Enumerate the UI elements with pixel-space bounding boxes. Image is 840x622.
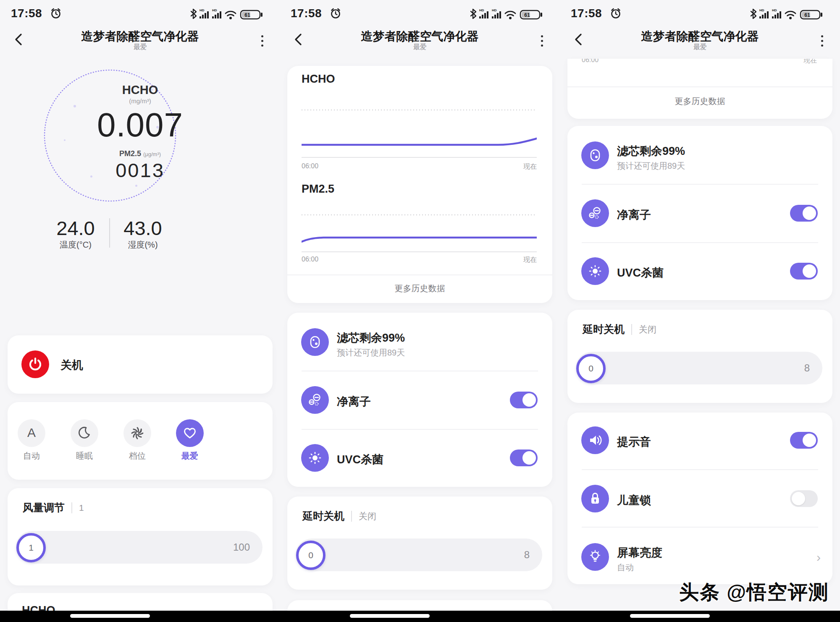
signal-bars-2: HD [212,8,221,18]
mode-favorite-label[interactable]: 最爱 [176,450,204,462]
toggle-knob [522,451,536,465]
child-lock-row-icon [581,485,609,512]
filter-icon [587,147,603,163]
hcho-chart-title: HCHO [302,73,335,86]
delay-shutdown-card: 延时关机 关闭 0 8 [567,310,832,403]
heart-icon [181,425,198,442]
row-divider [582,469,818,470]
filter-title: 滤芯剩余99% [617,144,685,159]
more-menu-button[interactable] [816,33,827,50]
filter-row-icon [581,141,609,169]
brightness-label: 屏幕亮度 [617,545,662,560]
chart-x-end: 现在 [803,59,817,65]
svg-text:HD: HD [759,8,764,12]
watermark: 头条 @悟空评测 [679,579,829,606]
svg-text:HD: HD [200,8,205,12]
filter-row-icon [301,328,329,356]
filter-subtitle: 预计还可使用89天 [337,347,405,358]
delay-slider[interactable]: 0 8 [296,538,542,571]
more-history-link[interactable]: 更多历史数据 [567,96,832,107]
pm25-chart [302,212,537,254]
fan-speed-current: 1 [79,503,84,513]
delay-slider-knob[interactable]: 0 [576,354,606,383]
history-card: HCHO 06:00 现在 PM2.5 06:00 现在 更多历史数据 [287,66,552,303]
mode-auto-button[interactable]: A [18,419,45,447]
mode-sleep-label[interactable]: 睡眠 [71,450,98,462]
power-button[interactable] [21,350,49,378]
ion-icon [587,205,604,222]
sound-label: 提示音 [617,434,651,450]
mode-sleep-button[interactable] [71,419,98,447]
delay-slider-knob[interactable]: 0 [296,541,326,570]
bluetooth-icon [751,9,756,18]
pm25-x-end: 现在 [523,256,537,264]
status-icons: HD HD 61 [748,7,832,21]
hcho-chart [302,106,537,160]
bulb-icon [587,549,604,565]
mode-auto-label[interactable]: 自动 [18,450,45,462]
mode-favorite-button-selected[interactable] [176,419,204,447]
bluetooth-icon [471,9,476,18]
uvc-toggle-on[interactable] [790,263,818,280]
signal-bars-2: HD [772,8,781,18]
sound-row-icon [581,426,609,454]
fan-icon [128,424,147,442]
clock-time: 17:58 [291,7,322,20]
home-indicator[interactable] [350,614,430,618]
page-title: 造梦者除醛空气净化器 [0,29,280,44]
mode-gear-label[interactable]: 档位 [123,450,151,462]
features-card: 滤芯剩余99% 预计还可使用89天 净离子 UVC杀菌 [567,126,832,300]
svg-text:HD: HD [492,8,497,12]
power-label: 关机 [60,358,83,373]
svg-text:61: 61 [804,12,810,18]
uvc-sun-icon [307,450,323,466]
pm25-label: PM2.5 (μg/m³) [0,149,280,158]
status-icons: HD HD 61 [467,7,551,21]
uvc-toggle-on[interactable] [510,450,538,466]
uvc-row-icon [301,444,329,472]
title-value-divider [71,502,72,513]
fan-speed-card: 风量调节 1 1 100 [8,488,273,585]
page-subtitle: 最爱 [280,43,560,52]
fan-slider-knob[interactable]: 1 [16,533,46,562]
screen-history-and-features: 17:58 HD HD 61 造梦者除醛空气净化器 最爱 HCHO 06:00 [280,0,560,622]
mode-gear-button[interactable] [123,419,151,447]
speaker-icon [587,432,604,449]
home-indicator[interactable] [70,614,150,618]
toggle-knob [522,393,536,407]
brightness-value: 自动 [617,562,634,573]
more-menu-button[interactable] [536,33,547,50]
delay-slider-knob-value: 0 [588,363,593,374]
gauge-label: HCHO [0,83,280,97]
ion-toggle-on[interactable] [790,205,818,222]
hcho-x-start: 06:00 [302,162,318,171]
row-divider [302,371,538,371]
fan-speed-slider[interactable]: 1 100 [16,531,262,564]
status-bar: 17:58 HD HD 61 [280,5,560,22]
svg-text:HD: HD [212,8,217,12]
row-divider [582,527,818,528]
home-indicator[interactable] [630,614,710,618]
history-card-partial: 06:00 现在 更多历史数据 [567,59,832,119]
child-lock-toggle-off[interactable] [790,490,818,507]
uvc-label: UVC杀菌 [617,265,664,280]
page-subtitle: 最爱 [560,43,840,52]
sound-toggle-on[interactable] [790,432,818,449]
chevron-right-icon[interactable]: › [816,550,821,565]
row-divider [582,184,818,185]
screen-main-controls: 17:58 HD HD 61 造梦者除醛空气净化器 最爱 HCHO (mg/m³… [0,0,280,622]
battery-icon: 61 [801,10,822,19]
delay-slider[interactable]: 0 8 [576,352,822,384]
alarm-icon [609,7,622,20]
delay-slider-max: 8 [804,352,810,384]
more-menu-button[interactable] [257,33,268,50]
ion-toggle-on[interactable] [510,392,538,408]
title-value-divider [631,324,632,335]
more-history-link[interactable]: 更多历史数据 [287,283,552,294]
gauge-unit: (mg/m³) [0,97,280,105]
title-value-divider [351,511,352,522]
fan-slider-knob-value: 1 [29,543,34,553]
signal-bars-1: HD [479,8,488,18]
settings-card: 提示音 儿童锁 屏幕亮度 自动 › [567,413,832,584]
humidity-value: 43.0 [101,217,185,240]
